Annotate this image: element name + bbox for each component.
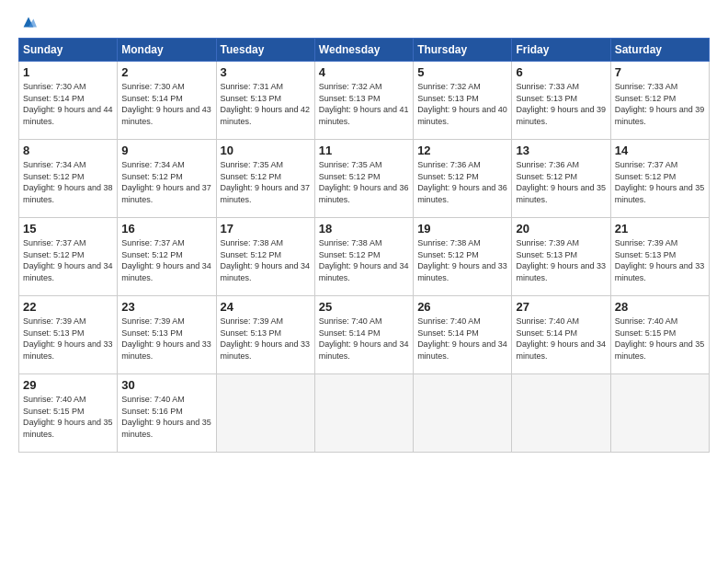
calendar-day-cell: 3 Sunrise: 7:31 AM Sunset: 5:13 PM Dayli… <box>216 62 314 140</box>
day-info: Sunrise: 7:39 AM Sunset: 5:13 PM Dayligh… <box>516 237 606 283</box>
calendar-day-cell: 26 Sunrise: 7:40 AM Sunset: 5:14 PM Dayl… <box>414 296 512 374</box>
calendar-day-cell: 28 Sunrise: 7:40 AM Sunset: 5:15 PM Dayl… <box>610 296 709 374</box>
calendar-day-cell: 15 Sunrise: 7:37 AM Sunset: 5:12 PM Dayl… <box>19 218 118 296</box>
day-number: 23 <box>121 300 211 314</box>
day-info: Sunrise: 7:35 AM Sunset: 5:12 PM Dayligh… <box>319 159 409 205</box>
calendar-day-cell: 13 Sunrise: 7:36 AM Sunset: 5:12 PM Dayl… <box>512 140 610 218</box>
day-info: Sunrise: 7:32 AM Sunset: 5:13 PM Dayligh… <box>417 81 507 127</box>
day-number: 5 <box>417 65 507 79</box>
calendar-weekday: Wednesday <box>314 39 413 62</box>
calendar-weekday: Monday <box>118 39 216 62</box>
day-number: 29 <box>23 378 113 392</box>
day-info: Sunrise: 7:40 AM Sunset: 5:15 PM Dayligh… <box>615 316 705 362</box>
calendar-day-cell: 25 Sunrise: 7:40 AM Sunset: 5:14 PM Dayl… <box>314 296 413 374</box>
calendar-day-cell: 14 Sunrise: 7:37 AM Sunset: 5:12 PM Dayl… <box>610 140 709 218</box>
calendar-day-cell: 9 Sunrise: 7:34 AM Sunset: 5:12 PM Dayli… <box>118 140 216 218</box>
day-info: Sunrise: 7:40 AM Sunset: 5:14 PM Dayligh… <box>516 316 606 362</box>
day-info: Sunrise: 7:37 AM Sunset: 5:12 PM Dayligh… <box>615 159 705 205</box>
calendar-weekday: Sunday <box>19 39 118 62</box>
calendar-week-row: 8 Sunrise: 7:34 AM Sunset: 5:12 PM Dayli… <box>19 140 710 218</box>
day-info: Sunrise: 7:36 AM Sunset: 5:12 PM Dayligh… <box>516 159 606 205</box>
calendar-week-row: 15 Sunrise: 7:37 AM Sunset: 5:12 PM Dayl… <box>19 218 710 296</box>
calendar-weekday: Tuesday <box>216 39 314 62</box>
calendar-day-cell <box>414 374 512 453</box>
day-info: Sunrise: 7:40 AM Sunset: 5:14 PM Dayligh… <box>319 316 409 362</box>
day-number: 22 <box>23 300 113 314</box>
calendar-week-row: 22 Sunrise: 7:39 AM Sunset: 5:13 PM Dayl… <box>19 296 710 374</box>
day-info: Sunrise: 7:30 AM Sunset: 5:14 PM Dayligh… <box>121 81 211 127</box>
calendar-day-cell: 5 Sunrise: 7:32 AM Sunset: 5:13 PM Dayli… <box>414 62 512 140</box>
calendar-day-cell: 2 Sunrise: 7:30 AM Sunset: 5:14 PM Dayli… <box>118 62 216 140</box>
day-number: 25 <box>319 300 409 314</box>
day-number: 1 <box>23 65 113 79</box>
header <box>18 14 710 30</box>
calendar-day-cell: 27 Sunrise: 7:40 AM Sunset: 5:14 PM Dayl… <box>512 296 610 374</box>
day-number: 11 <box>319 144 409 157</box>
day-info: Sunrise: 7:38 AM Sunset: 5:12 PM Dayligh… <box>417 237 507 283</box>
calendar-day-cell <box>512 374 610 453</box>
day-number: 16 <box>121 222 211 236</box>
day-number: 15 <box>23 222 113 236</box>
day-number: 24 <box>221 300 311 314</box>
day-number: 28 <box>615 300 705 314</box>
calendar-day-cell: 1 Sunrise: 7:30 AM Sunset: 5:14 PM Dayli… <box>19 62 118 140</box>
day-info: Sunrise: 7:38 AM Sunset: 5:12 PM Dayligh… <box>221 237 311 283</box>
day-number: 13 <box>516 144 606 157</box>
logo <box>18 14 40 30</box>
day-info: Sunrise: 7:30 AM Sunset: 5:14 PM Dayligh… <box>23 81 113 127</box>
day-info: Sunrise: 7:37 AM Sunset: 5:12 PM Dayligh… <box>121 237 211 283</box>
calendar-day-cell: 7 Sunrise: 7:33 AM Sunset: 5:12 PM Dayli… <box>610 62 709 140</box>
calendar-day-cell <box>314 374 413 453</box>
day-info: Sunrise: 7:39 AM Sunset: 5:13 PM Dayligh… <box>615 237 705 283</box>
day-number: 9 <box>121 144 211 157</box>
calendar-day-cell: 6 Sunrise: 7:33 AM Sunset: 5:13 PM Dayli… <box>512 62 610 140</box>
page: SundayMondayTuesdayWednesdayThursdayFrid… <box>0 0 728 563</box>
day-number: 8 <box>23 144 113 157</box>
day-number: 19 <box>417 222 507 236</box>
day-info: Sunrise: 7:37 AM Sunset: 5:12 PM Dayligh… <box>23 237 113 283</box>
day-info: Sunrise: 7:40 AM Sunset: 5:16 PM Dayligh… <box>121 394 211 440</box>
day-info: Sunrise: 7:32 AM Sunset: 5:13 PM Dayligh… <box>319 81 409 127</box>
calendar-day-cell: 22 Sunrise: 7:39 AM Sunset: 5:13 PM Dayl… <box>19 296 118 374</box>
day-number: 26 <box>417 300 507 314</box>
day-number: 27 <box>516 300 606 314</box>
day-number: 6 <box>516 65 606 79</box>
calendar-day-cell: 23 Sunrise: 7:39 AM Sunset: 5:13 PM Dayl… <box>118 296 216 374</box>
calendar-week-row: 29 Sunrise: 7:40 AM Sunset: 5:15 PM Dayl… <box>19 374 710 453</box>
day-number: 12 <box>417 144 507 157</box>
day-info: Sunrise: 7:34 AM Sunset: 5:12 PM Dayligh… <box>121 159 211 205</box>
calendar-day-cell: 12 Sunrise: 7:36 AM Sunset: 5:12 PM Dayl… <box>414 140 512 218</box>
day-info: Sunrise: 7:40 AM Sunset: 5:15 PM Dayligh… <box>23 394 113 440</box>
calendar-day-cell <box>216 374 314 453</box>
calendar-week-row: 1 Sunrise: 7:30 AM Sunset: 5:14 PM Dayli… <box>19 62 710 140</box>
day-info: Sunrise: 7:35 AM Sunset: 5:12 PM Dayligh… <box>221 159 311 205</box>
calendar-day-cell: 19 Sunrise: 7:38 AM Sunset: 5:12 PM Dayl… <box>414 218 512 296</box>
day-number: 14 <box>615 144 705 157</box>
day-number: 4 <box>319 65 409 79</box>
calendar-day-cell: 29 Sunrise: 7:40 AM Sunset: 5:15 PM Dayl… <box>19 374 118 453</box>
day-info: Sunrise: 7:39 AM Sunset: 5:13 PM Dayligh… <box>23 316 113 362</box>
calendar-header-row: SundayMondayTuesdayWednesdayThursdayFrid… <box>19 39 710 62</box>
day-number: 21 <box>615 222 705 236</box>
calendar-day-cell: 11 Sunrise: 7:35 AM Sunset: 5:12 PM Dayl… <box>314 140 413 218</box>
calendar-day-cell: 4 Sunrise: 7:32 AM Sunset: 5:13 PM Dayli… <box>314 62 413 140</box>
day-info: Sunrise: 7:33 AM Sunset: 5:13 PM Dayligh… <box>516 81 606 127</box>
day-number: 10 <box>221 144 311 157</box>
day-number: 7 <box>615 65 705 79</box>
day-info: Sunrise: 7:31 AM Sunset: 5:13 PM Dayligh… <box>221 81 311 127</box>
day-info: Sunrise: 7:36 AM Sunset: 5:12 PM Dayligh… <box>417 159 507 205</box>
day-info: Sunrise: 7:33 AM Sunset: 5:12 PM Dayligh… <box>615 81 705 127</box>
calendar-day-cell: 21 Sunrise: 7:39 AM Sunset: 5:13 PM Dayl… <box>610 218 709 296</box>
calendar-day-cell: 8 Sunrise: 7:34 AM Sunset: 5:12 PM Dayli… <box>19 140 118 218</box>
calendar-weekday: Saturday <box>610 39 709 62</box>
calendar-day-cell: 24 Sunrise: 7:39 AM Sunset: 5:13 PM Dayl… <box>216 296 314 374</box>
calendar-day-cell: 10 Sunrise: 7:35 AM Sunset: 5:12 PM Dayl… <box>216 140 314 218</box>
calendar-day-cell: 30 Sunrise: 7:40 AM Sunset: 5:16 PM Dayl… <box>118 374 216 453</box>
day-info: Sunrise: 7:34 AM Sunset: 5:12 PM Dayligh… <box>23 159 113 205</box>
day-info: Sunrise: 7:38 AM Sunset: 5:12 PM Dayligh… <box>319 237 409 283</box>
calendar-day-cell: 17 Sunrise: 7:38 AM Sunset: 5:12 PM Dayl… <box>216 218 314 296</box>
calendar-weekday: Friday <box>512 39 610 62</box>
day-number: 30 <box>121 378 211 392</box>
calendar-day-cell <box>610 374 709 453</box>
day-info: Sunrise: 7:40 AM Sunset: 5:14 PM Dayligh… <box>417 316 507 362</box>
